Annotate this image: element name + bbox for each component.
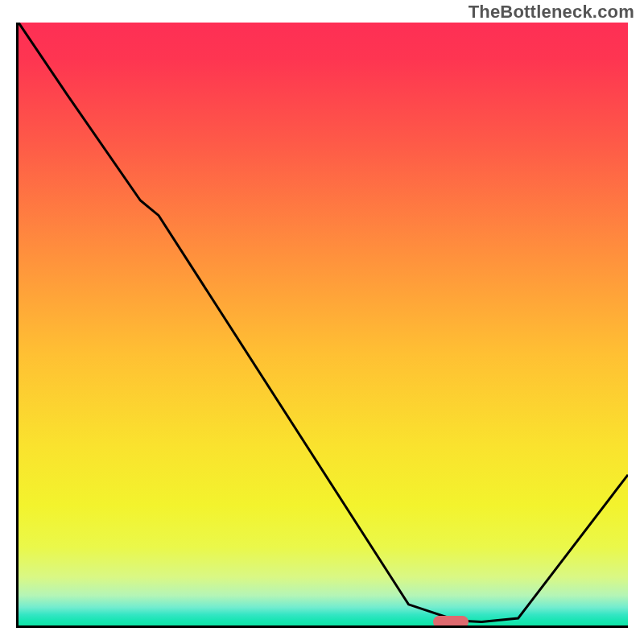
line-plot <box>19 23 628 625</box>
curve-path <box>19 23 628 622</box>
plot-area <box>16 23 628 628</box>
optimum-marker <box>433 616 469 628</box>
watermark-text: TheBottleneck.com <box>469 2 634 23</box>
chart-container: TheBottleneck.com <box>0 0 644 644</box>
